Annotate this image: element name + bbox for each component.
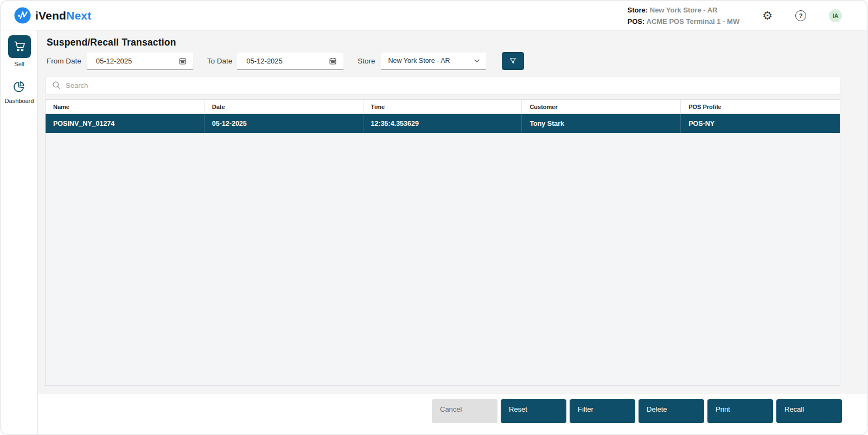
brand-mark-icon [14,7,31,24]
store-select[interactable]: New York Store - AR [381,53,486,70]
to-date-label: To Date [207,57,233,65]
cell-date: 05-12-2025 [205,114,363,133]
recall-button[interactable]: Recall [776,399,842,423]
print-button[interactable]: Print [707,399,773,423]
brand-name: iVendNext [35,9,91,22]
store-value: New York Store - AR [650,6,718,14]
avatar[interactable]: IA [829,9,842,22]
chevron-down-icon [474,59,480,63]
cancel-button[interactable]: Cancel [432,399,497,423]
sidebar-item-label: Dashboard [5,98,34,104]
calendar-icon[interactable] [329,57,337,65]
from-date-field[interactable] [87,53,193,70]
transactions-table: Name Date Time Customer POS Profile POSI… [45,99,840,386]
calendar-icon[interactable] [178,57,187,65]
delete-button[interactable]: Delete [639,399,704,423]
cell-customer: Tony Stark [522,114,681,133]
column-header-time: Time [363,100,522,113]
footer-action-bar: Cancel Reset Filter Delete Print Recall [38,394,867,434]
funnel-icon [509,57,517,65]
from-date-input[interactable] [87,57,178,65]
table-row[interactable]: POSINV_NY_01274 05-12-2025 12:35:4.35362… [46,114,840,133]
column-header-date: Date [205,100,363,113]
help-icon[interactable]: ? [795,10,806,21]
reset-button[interactable]: Reset [501,399,566,423]
content-area: Suspend/Recall Transaction From Date [38,30,867,394]
column-header-customer: Customer [522,100,681,113]
brand-logo[interactable]: iVendNext [14,7,91,24]
app-window: iVendNext Store: New York Store - AR POS… [1,1,867,434]
filter-row: From Date [45,52,840,70]
pie-chart-icon [12,80,26,94]
apply-filter-button[interactable] [502,52,524,70]
column-header-name: Name [46,100,205,113]
search-bar[interactable] [45,76,840,94]
cell-time: 12:35:4.353629 [363,114,522,133]
gear-icon[interactable]: ⚙ [762,10,773,21]
store-select-value: New York Store - AR [381,57,474,65]
page-title: Suspend/Recall Transaction [47,37,840,48]
sidebar-item-label: Sell [14,61,24,67]
search-icon [52,81,61,89]
cell-pos-profile: POS-NY [681,114,840,133]
pos-value: ACME POS Terminal 1 - MW [647,17,740,25]
search-input[interactable] [66,81,840,89]
store-pos-info: Store: New York Store - AR POS: ACME POS… [628,4,740,27]
column-header-pos-profile: POS Profile [681,100,840,113]
to-date-field[interactable] [237,53,343,70]
sidebar-item-dashboard[interactable]: Dashboard [5,80,34,104]
sidebar: Sell Dashboard [1,30,38,434]
store-label: Store [358,57,375,65]
top-header: iVendNext Store: New York Store - AR POS… [1,1,867,30]
to-date-input[interactable] [237,57,329,65]
filter-button[interactable]: Filter [570,399,635,423]
sidebar-item-sell[interactable]: Sell [8,35,31,67]
cart-icon [8,35,31,58]
cell-name: POSINV_NY_01274 [46,114,205,133]
from-date-label: From Date [47,57,81,65]
table-header-row: Name Date Time Customer POS Profile [46,100,840,114]
